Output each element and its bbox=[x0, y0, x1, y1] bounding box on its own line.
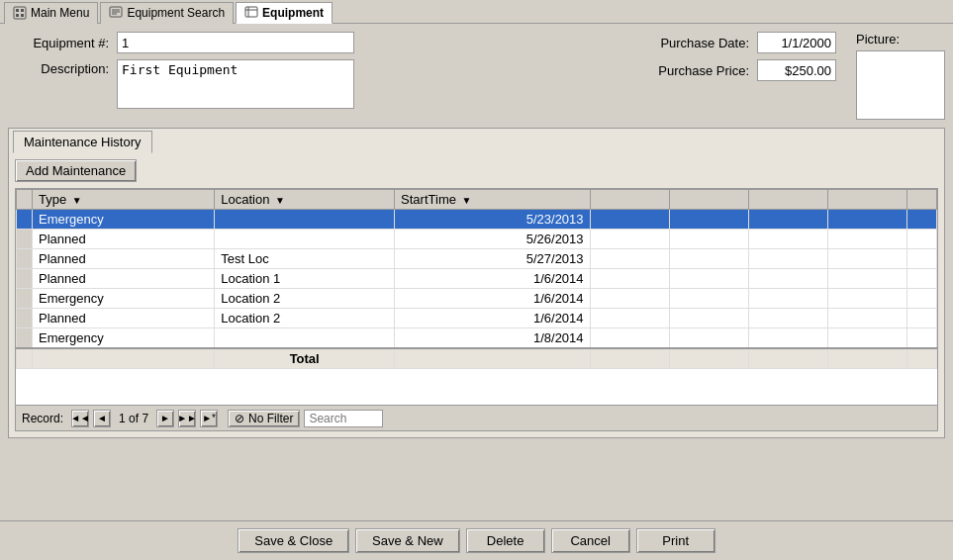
tab-panel-body: Add Maintenance Type ▼ Locati bbox=[9, 153, 944, 437]
col-starttime-label: StartTime bbox=[401, 192, 456, 207]
nav-first-button[interactable]: ◄◄ bbox=[71, 410, 89, 427]
delete-button[interactable]: Delete bbox=[466, 528, 545, 553]
maintenance-table: Type ▼ Location ▼ StartTime ▼ bbox=[16, 189, 937, 369]
row-extra-cell bbox=[669, 249, 748, 269]
total-extra-cell bbox=[669, 348, 748, 369]
row-selector-header bbox=[17, 190, 33, 210]
maintenance-tab-panel: Maintenance History Add Maintenance Type… bbox=[8, 128, 945, 438]
description-input[interactable]: First Equipment bbox=[117, 59, 354, 109]
svg-rect-2 bbox=[16, 14, 19, 17]
col-starttime-header[interactable]: StartTime ▼ bbox=[395, 190, 590, 210]
col-location-label: Location bbox=[221, 192, 269, 207]
nav-prev-button[interactable]: ◄ bbox=[93, 410, 111, 427]
svg-rect-4 bbox=[21, 14, 24, 17]
svg-rect-1 bbox=[16, 9, 19, 12]
row-type-cell: Planned bbox=[33, 269, 215, 289]
col-type-header[interactable]: Type ▼ bbox=[33, 190, 215, 210]
row-starttime-cell: 5/26/2013 bbox=[395, 230, 590, 249]
maintenance-history-tab[interactable]: Maintenance History bbox=[13, 131, 152, 153]
form-area: Equipment #: Description: First Equipmen… bbox=[8, 32, 945, 120]
row-type-cell: Planned bbox=[33, 309, 215, 328]
search-tab-icon bbox=[109, 6, 123, 20]
row-extra-cell bbox=[748, 328, 827, 349]
row-extra-cell bbox=[748, 289, 827, 309]
equipment-number-label: Equipment #: bbox=[8, 36, 117, 50]
row-extra-cell bbox=[590, 230, 669, 249]
row-extra-cell bbox=[906, 289, 936, 309]
no-filter-button[interactable]: ⊘ No Filter bbox=[228, 410, 300, 427]
row-extra-cell bbox=[590, 309, 669, 328]
record-bar-label: Record: bbox=[22, 412, 63, 425]
row-extra-cell bbox=[827, 269, 906, 289]
table-row[interactable]: EmergencyLocation 21/6/2014 bbox=[17, 289, 937, 309]
total-label bbox=[33, 348, 215, 369]
tab-equipment[interactable]: Equipment bbox=[236, 2, 333, 24]
total-label-cell: Total bbox=[215, 348, 395, 369]
row-extra-cell bbox=[748, 309, 827, 328]
description-label: Description: bbox=[8, 59, 117, 76]
table-row[interactable]: Planned5/26/2013 bbox=[17, 230, 937, 249]
row-type-cell: Emergency bbox=[33, 328, 215, 349]
purchase-date-input[interactable] bbox=[757, 32, 836, 53]
row-extra-cell bbox=[906, 309, 936, 328]
tab-main-menu[interactable]: Main Menu bbox=[4, 2, 98, 24]
total-extra-cell bbox=[590, 348, 669, 369]
table-row[interactable]: PlannedLocation 21/6/2014 bbox=[17, 309, 937, 328]
row-extra-cell bbox=[590, 249, 669, 269]
row-selector-cell bbox=[17, 210, 33, 230]
record-info: 1 of 7 bbox=[119, 412, 148, 425]
table-row[interactable]: Emergency5/23/2013 bbox=[17, 210, 937, 230]
row-extra-cell bbox=[669, 309, 748, 328]
col-starttime-sort-icon: ▼ bbox=[462, 195, 472, 206]
row-location-cell: Location 2 bbox=[215, 309, 395, 328]
picture-area: Picture: bbox=[856, 32, 945, 120]
save-close-button[interactable]: Save & Close bbox=[238, 528, 349, 553]
svg-rect-9 bbox=[245, 7, 257, 17]
purchase-date-row: Purchase Date: bbox=[638, 32, 836, 53]
row-extra-cell bbox=[669, 230, 748, 249]
purchase-date-label: Purchase Date: bbox=[638, 36, 757, 50]
col-extra3 bbox=[748, 190, 827, 210]
picture-label: Picture: bbox=[856, 32, 900, 47]
row-extra-cell bbox=[906, 249, 936, 269]
row-extra-cell bbox=[827, 249, 906, 269]
tab-equipment-label: Equipment bbox=[262, 6, 324, 20]
col-type-label: Type bbox=[39, 192, 66, 207]
funnel-icon: ⊘ bbox=[235, 412, 244, 425]
equipment-number-input[interactable] bbox=[117, 32, 354, 53]
print-button[interactable]: Print bbox=[636, 528, 715, 553]
nav-new-button[interactable]: ►* bbox=[200, 410, 218, 427]
save-new-button[interactable]: Save & New bbox=[355, 528, 460, 553]
col-location-sort-icon: ▼ bbox=[275, 195, 285, 206]
table-row[interactable]: Emergency1/8/2014 bbox=[17, 328, 937, 349]
row-extra-cell bbox=[906, 230, 936, 249]
purchase-price-input[interactable] bbox=[757, 59, 836, 81]
row-location-cell: Test Loc bbox=[215, 249, 395, 269]
row-extra-cell bbox=[748, 210, 827, 230]
table-row[interactable]: PlannedLocation 11/6/2014 bbox=[17, 269, 937, 289]
tab-equipment-search[interactable]: Equipment Search bbox=[100, 2, 234, 24]
nav-next-button[interactable]: ► bbox=[156, 410, 174, 427]
row-starttime-cell: 5/27/2013 bbox=[395, 249, 590, 269]
row-extra-cell bbox=[590, 269, 669, 289]
nav-last-button[interactable]: ►► bbox=[178, 410, 196, 427]
col-extra5 bbox=[906, 190, 936, 210]
row-extra-cell bbox=[748, 249, 827, 269]
row-location-cell bbox=[215, 328, 395, 349]
col-location-header[interactable]: Location ▼ bbox=[215, 190, 395, 210]
row-extra-cell bbox=[827, 230, 906, 249]
row-starttime-cell: 1/6/2014 bbox=[395, 309, 590, 328]
add-maintenance-button[interactable]: Add Maintenance bbox=[15, 159, 137, 182]
table-row[interactable]: PlannedTest Loc5/27/2013 bbox=[17, 249, 937, 269]
row-starttime-cell: 5/23/2013 bbox=[395, 210, 590, 230]
cancel-button[interactable]: Cancel bbox=[551, 528, 630, 553]
row-extra-cell bbox=[906, 210, 936, 230]
row-type-cell: Planned bbox=[33, 230, 215, 249]
row-selector-cell bbox=[17, 249, 33, 269]
purchase-price-row: Purchase Price: bbox=[638, 59, 836, 81]
row-type-cell: Planned bbox=[33, 249, 215, 269]
total-row: Total bbox=[17, 348, 937, 369]
col-type-sort-icon: ▼ bbox=[72, 195, 82, 206]
search-input[interactable] bbox=[304, 410, 383, 427]
table-header-row: Type ▼ Location ▼ StartTime ▼ bbox=[17, 190, 937, 210]
